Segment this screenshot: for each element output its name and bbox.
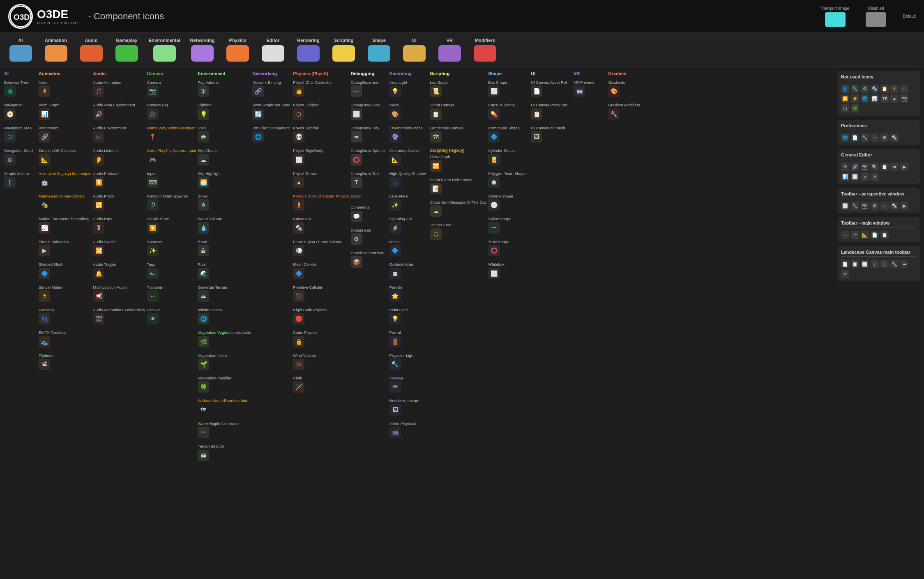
logo-icon: O3DE xyxy=(8,4,33,29)
small-icon: 🔍 xyxy=(871,163,879,171)
small-icon: ▲ xyxy=(890,94,899,103)
list-item: Look at 👁 xyxy=(147,308,196,324)
list-item: Input ⌨ xyxy=(147,171,196,188)
gradient-header: Gradient xyxy=(608,71,645,77)
list-item: GamePlay Fly Camera Input 🎮 xyxy=(147,148,196,165)
list-item: Render to texture 🖼 xyxy=(389,398,429,415)
list-item: Animation (legacy) Mannequin 🤖 xyxy=(39,171,91,188)
list-item: Force region / Force Volume 💨 xyxy=(293,239,349,256)
toolbar-main-title: Toolbar - main window xyxy=(841,221,917,227)
constraint-icon: 🔩 xyxy=(293,222,304,234)
landscape-canvas-grid: 📄 📋 ⬜ ↕ ⬡ 🔧 ➡ ✕ xyxy=(841,260,917,278)
category-card-ai[interactable]: AI xyxy=(4,36,37,63)
category-color-box xyxy=(226,45,249,62)
infinite-ocean-icon: 🌐 xyxy=(198,313,209,324)
vis-area-icon: 👁 xyxy=(389,381,401,393)
list-item: Mesh 🔷 xyxy=(389,239,429,256)
list-item: Simple LOD Distance 📐 xyxy=(39,148,91,165)
list-item: Static Physics 🔒 xyxy=(293,330,349,347)
small-icon: 🌐 xyxy=(861,94,869,103)
audio-anim-events-icon: 🎬 xyxy=(93,313,104,324)
list-item: Vegetation Vegetation-defaults 🌿 xyxy=(198,330,251,347)
camera-column: Camera Camera 📷 Camera Rig 🎥 Game Way Po… xyxy=(147,71,196,467)
small-icon: 🌐 xyxy=(841,133,849,142)
list-item: Sky Clouds ☁ xyxy=(198,148,251,165)
list-item: Gradients 🎨 xyxy=(608,80,645,97)
rendering-header: Rendering xyxy=(389,71,429,77)
video-playback-icon: 📹 xyxy=(389,427,401,438)
shape-header: Shape xyxy=(488,71,529,77)
list-item: Water Volume 💧 xyxy=(198,216,251,233)
category-card-editor[interactable]: Editor xyxy=(256,36,289,63)
category-color-box xyxy=(262,45,284,62)
category-card-rendering[interactable]: Rendering xyxy=(292,36,325,63)
list-item: Navigation Seed ⊕ xyxy=(4,148,37,165)
category-card-networking[interactable]: Networking xyxy=(186,36,219,63)
whitebox-icon: ⬜ xyxy=(488,268,500,279)
small-icon: ▶ xyxy=(900,202,908,210)
vegetation-modifier-icon: 🍀 xyxy=(198,381,209,393)
list-item: PhysX Ragdoll 💀 xyxy=(293,126,349,142)
category-card-shape[interactable]: Shape xyxy=(362,36,395,63)
category-card-environmental[interactable]: Environmental xyxy=(145,36,183,63)
surface-data-icon: 🗺 xyxy=(198,404,209,416)
category-card-audio[interactable]: Audio xyxy=(75,36,108,63)
list-item: Primitive Collider ⬛ xyxy=(293,285,349,302)
preferences-title: Preferences xyxy=(841,123,917,130)
small-icon: 📊 xyxy=(871,94,879,103)
list-item: Flipbook 📽 xyxy=(39,353,91,370)
static-physics-icon: 🔒 xyxy=(293,336,304,347)
sky-highlight-icon: 🌅 xyxy=(198,177,209,188)
category-card-vr[interactable]: VR xyxy=(433,36,466,63)
physics-column: Physics (PhysX) PhysX Char Controller 🧑 … xyxy=(293,71,349,467)
camera-rig-icon: 🎥 xyxy=(147,108,159,120)
main-content: AI Behavior Tree 🌲 Navigation 🧭 Navigati… xyxy=(0,67,924,471)
small-icon: 🔁 xyxy=(841,94,849,103)
editor-column: Debugging DebugDraw line — DebugDraw Obb… xyxy=(351,71,388,467)
vegetation-defaults-icon: 🌿 xyxy=(198,336,209,347)
viewport-shape-label: Viewport shape xyxy=(821,6,850,11)
category-card-animation[interactable]: Animation xyxy=(39,36,72,63)
category-label: Shape xyxy=(372,38,386,43)
list-item: VisArea 👁 xyxy=(389,376,429,393)
category-card-modifiers[interactable]: Modifiers xyxy=(468,36,501,63)
river-icon: 🌊 xyxy=(198,268,209,279)
small-icon: 📷 xyxy=(861,163,869,171)
small-icon: 🔧 xyxy=(861,133,869,142)
debugdraw-text-icon: T xyxy=(351,177,362,188)
particle-icon: 🌟 xyxy=(389,290,401,302)
list-item: Network Binding 🔗 xyxy=(252,80,291,97)
category-card-gameplay[interactable]: Gameplay xyxy=(110,36,143,63)
category-card-ui[interactable]: UI xyxy=(398,36,431,63)
small-icon: ✕ xyxy=(841,270,849,278)
scripting-legacy-label: Scripting (legacy) xyxy=(430,148,487,153)
audio-header: Audio xyxy=(93,71,145,77)
water-volume-icon: 💧 xyxy=(198,222,209,234)
list-item: Generate Terrain ⛰ xyxy=(198,285,251,302)
list-item: Vegetation-filters 🌱 xyxy=(198,353,251,370)
small-icon: 📷 xyxy=(861,202,869,210)
logo-main-text: O3DE xyxy=(37,8,80,21)
small-icon: ↔ xyxy=(880,202,889,210)
not-used-title: Not used icons xyxy=(841,74,917,81)
small-icon: » xyxy=(861,172,869,181)
svg-text:O3DE: O3DE xyxy=(14,12,32,21)
small-icon: 🔗 xyxy=(851,163,859,171)
list-item: PhysX RigidBody ⬜ xyxy=(293,148,349,165)
list-item: OccluderArea ◼ xyxy=(389,262,429,279)
list-item: Simple Animation ▶ xyxy=(39,239,91,256)
simple-state-icon: 🔽 xyxy=(147,222,159,234)
small-icon: 🔧 xyxy=(890,260,899,268)
physx-ragdoll-icon: 💀 xyxy=(293,131,304,142)
fog-volume-icon: 🌫 xyxy=(198,85,209,97)
category-card-physics[interactable]: Physics xyxy=(221,36,254,63)
logo-text-block: O3DE OPEN 3D ENGINE xyxy=(37,8,80,25)
lens-flare-icon: ✨ xyxy=(389,199,401,211)
list-item: Compound Shape 🔷 xyxy=(488,126,529,142)
list-item: Polygon Prism Shape ⬟ xyxy=(488,171,529,188)
list-item: Water Ripple Generator 〰 xyxy=(198,421,251,438)
small-icon: 🗺 xyxy=(880,94,889,103)
small-icon: ⚡ xyxy=(851,94,859,103)
category-label: AI xyxy=(18,38,23,43)
category-card-scripting[interactable]: Scripting xyxy=(327,36,360,63)
